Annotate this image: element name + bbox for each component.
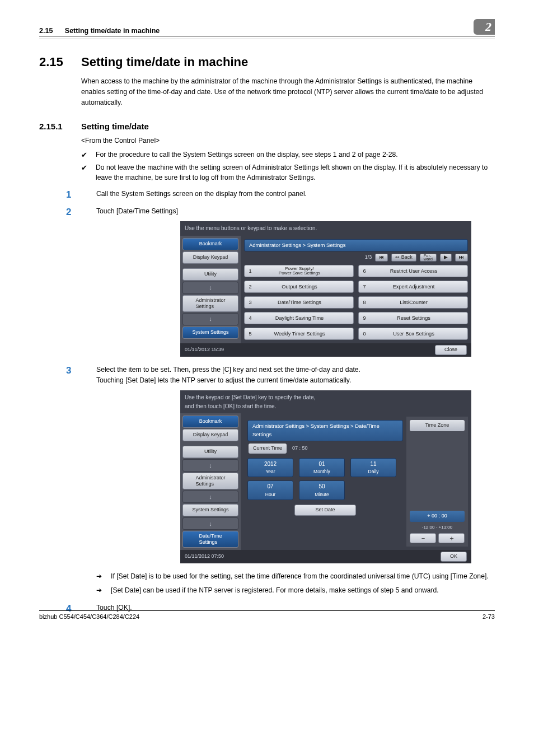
steps-list: 1 Call the System Settings screen on the… xyxy=(66,189,495,613)
time-zone-plus-button[interactable]: ＋ xyxy=(438,533,465,543)
current-time-label: Current Time xyxy=(249,444,287,454)
header-section-title: Setting time/date in machine xyxy=(65,27,160,35)
step-number: 2 xyxy=(66,205,85,220)
panel-left-column: Bookmark Display Keypad Utility ↓ Admini… xyxy=(180,413,241,550)
panel-date-time-settings: Use the keypad or [Set Date] key to spec… xyxy=(180,390,471,563)
set-date-button[interactable]: Set Date xyxy=(294,505,356,516)
from-control-panel: <From the Control Panel> xyxy=(81,136,495,146)
day-field[interactable]: 11Daily xyxy=(350,458,396,478)
chapter-number: 2 xyxy=(485,20,491,34)
time-zone-value: + 00 : 00 xyxy=(410,511,465,522)
down-arrow-icon: ↓ xyxy=(182,282,238,294)
prerequisite-list: For the procedure to call the System Set… xyxy=(81,150,495,184)
status-datetime: 01/11/2012 07:50 xyxy=(185,553,224,561)
footer-page-number: 2-73 xyxy=(483,613,495,620)
date-time-settings-button[interactable]: Date/Time Settings xyxy=(182,531,238,548)
step-text: Call the System Settings screen on the d… xyxy=(96,190,307,198)
time-zone-minus-button[interactable]: － xyxy=(410,533,436,543)
subsection-heading-number: 2.15.1 xyxy=(39,122,81,131)
close-button[interactable]: Close xyxy=(435,345,467,355)
down-arrow-icon: ↓ xyxy=(182,491,238,503)
options-grid: 1Power Supply/ Power Save Settings 6Rest… xyxy=(244,265,468,340)
breadcrumb: Administrator Settings > System Settings xyxy=(244,239,468,252)
section-heading: 2.15 Setting time/date in machine xyxy=(39,55,495,69)
header-section-number: 2.15 xyxy=(39,27,53,35)
step: 1 Call the System Settings screen on the… xyxy=(66,189,495,199)
page-back-button[interactable]: ↤ Back xyxy=(391,254,416,262)
option-list-counter[interactable]: 8List/Counter xyxy=(358,296,468,309)
page-last-button[interactable]: ⏭ xyxy=(455,254,468,262)
page-first-button[interactable]: ⏮ xyxy=(375,254,388,262)
option-restrict-user[interactable]: 6Restrict User Access xyxy=(358,265,468,277)
ok-button[interactable]: OK xyxy=(441,552,467,562)
panel-system-settings: Use the menu buttons or keypad to make a… xyxy=(180,221,471,357)
display-keypad-tab[interactable]: Display Keypad xyxy=(182,251,238,264)
page-footer: bizhub C554/C454/C364/C284/C224 2-73 xyxy=(39,610,495,620)
down-arrow-icon: ↓ xyxy=(182,313,238,325)
option-date-time-settings[interactable]: 3Date/Time Settings xyxy=(244,296,354,309)
pagination-bar: 1/3 ⏮ ↤ Back For- ward ▶ ⏭ xyxy=(244,254,468,262)
footer-model: bizhub C554/C454/C364/C284/C224 xyxy=(39,613,139,620)
status-datetime: 01/11/2012 15:39 xyxy=(185,346,224,354)
bookmark-tab[interactable]: Bookmark xyxy=(182,238,238,250)
page-forward-button[interactable]: For- ward xyxy=(420,254,437,262)
status-bar: 01/11/2012 15:39 Close xyxy=(180,343,471,357)
step-text: Touch [Date/Time Settings] xyxy=(96,207,178,215)
current-time-value: 07 : 50 xyxy=(292,445,308,452)
minute-field[interactable]: 50Minute xyxy=(299,480,345,500)
down-arrow-icon: ↓ xyxy=(182,517,238,530)
step: 2 Touch [Date/Time Settings] Use the men… xyxy=(66,206,495,357)
header-rule xyxy=(39,39,495,39)
step-number: 1 xyxy=(66,188,85,202)
section-heading-title: Setting time/date in machine xyxy=(81,55,248,69)
step-note: If [Set Date] is to be used for the sett… xyxy=(96,571,495,582)
down-arrow-icon: ↓ xyxy=(182,459,238,472)
step-text-line-2: Touching [Set Date] lets the NTP server … xyxy=(96,376,351,384)
panel-instruction: Use the menu buttons or keypad to make a… xyxy=(180,221,471,236)
administrator-settings-button[interactable]: Administrator Settings xyxy=(182,473,238,489)
step-number: 3 xyxy=(66,363,85,378)
option-power-save[interactable]: 1Power Supply/ Power Save Settings xyxy=(244,265,354,277)
option-weekly-timer[interactable]: 5Weekly Timer Settings xyxy=(244,328,354,340)
subsection-heading-title: Setting time/date xyxy=(81,122,149,131)
time-zone-panel: Time Zone + 00 : 00 -12:00 - +13:00 － ＋ xyxy=(406,417,468,547)
step-text: Select the item to be set. Then, press t… xyxy=(96,366,360,374)
panel-instruction: Use the keypad or [Set Date] key to spec… xyxy=(180,390,471,413)
system-settings-button[interactable]: System Settings xyxy=(182,504,238,516)
panel-left-column: Bookmark Display Keypad Utility ↓ Admini… xyxy=(180,236,241,344)
utility-button[interactable]: Utility xyxy=(182,268,238,281)
system-settings-button[interactable]: System Settings xyxy=(182,326,238,339)
bookmark-tab[interactable]: Bookmark xyxy=(182,416,238,428)
month-field[interactable]: 01Monthly xyxy=(299,458,345,478)
breadcrumb: Administrator Settings > System Settings… xyxy=(247,420,403,441)
option-daylight-saving[interactable]: 4Daylight Saving Time xyxy=(244,312,354,324)
display-keypad-tab[interactable]: Display Keypad xyxy=(182,429,238,441)
section-heading-number: 2.15 xyxy=(39,55,81,69)
administrator-settings-button[interactable]: Administrator Settings xyxy=(182,295,238,312)
page-next-button[interactable]: ▶ xyxy=(440,254,452,262)
chapter-number-box: 2 xyxy=(474,19,495,35)
option-reset-settings[interactable]: 9Reset Settings xyxy=(358,312,468,324)
time-zone-range: -12:00 - +13:00 xyxy=(410,524,465,531)
utility-button[interactable]: Utility xyxy=(182,446,238,458)
step: 3 Select the item to be set. Then, press… xyxy=(66,365,495,596)
time-zone-label: Time Zone xyxy=(410,420,465,431)
prerequisite-item: For the procedure to call the System Set… xyxy=(81,150,495,160)
year-field[interactable]: 2012Year xyxy=(247,458,293,478)
running-header: 2.15 Setting time/date in machine 2 xyxy=(39,19,495,36)
intro-paragraph: When access to the machine by the admini… xyxy=(81,76,495,108)
status-bar: 01/11/2012 07:50 OK xyxy=(180,550,471,563)
step-note: [Set Date] can be used if the NTP server… xyxy=(96,585,495,596)
option-user-box-settings[interactable]: 0User Box Settings xyxy=(358,328,468,340)
page-indicator: 1/3 xyxy=(365,254,372,262)
subsection-heading: 2.15.1 Setting time/date xyxy=(39,122,495,131)
option-expert-adjustment[interactable]: 7Expert Adjustment xyxy=(358,281,468,293)
step-notes-list: If [Set Date] is to be used for the sett… xyxy=(96,571,495,596)
hour-field[interactable]: 07Hour xyxy=(247,480,293,500)
option-output-settings[interactable]: 2Output Settings xyxy=(244,281,354,293)
prerequisite-item: Do not leave the machine with the settin… xyxy=(81,162,495,184)
